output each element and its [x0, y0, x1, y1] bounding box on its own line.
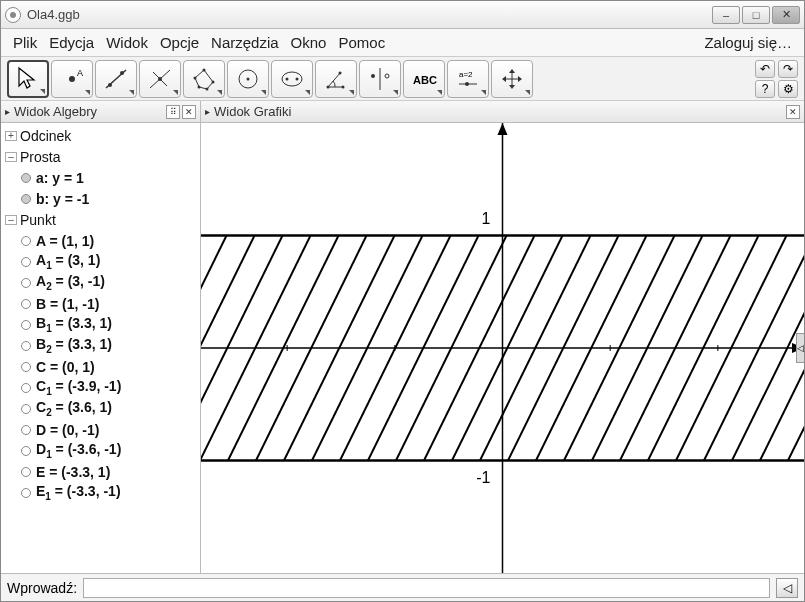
graphics-view[interactable]: 1-1 ◁ — [201, 123, 804, 573]
tool-slider[interactable]: a=2 — [447, 60, 489, 98]
tree-category[interactable]: –Prosta — [3, 146, 200, 167]
settings-button[interactable]: ⚙ — [778, 80, 798, 98]
svg-text:A: A — [77, 68, 83, 78]
tool-move-view[interactable] — [491, 60, 533, 98]
svg-point-21 — [339, 71, 342, 74]
menu-pomoc[interactable]: Pomoc — [332, 32, 391, 53]
tool-circle[interactable] — [227, 60, 269, 98]
close-button[interactable]: ✕ — [772, 6, 800, 24]
tree-point-item[interactable]: A = (1, 1) — [3, 230, 200, 251]
svg-point-16 — [282, 72, 302, 86]
tool-polygon[interactable] — [183, 60, 225, 98]
tool-move[interactable] — [7, 60, 49, 98]
window-title: Ola4.ggb — [27, 7, 712, 22]
panel-close-button[interactable]: ✕ — [786, 105, 800, 119]
svg-point-17 — [286, 77, 289, 80]
svg-point-24 — [385, 74, 389, 78]
menu-widok[interactable]: Widok — [100, 32, 154, 53]
tree-point-item[interactable]: E = (-3.3, 1) — [3, 461, 200, 482]
tree-point-item[interactable]: D1 = (-3.6, -1) — [3, 440, 200, 461]
tool-point[interactable]: A — [51, 60, 93, 98]
tree-line-item[interactable]: b: y = -1 — [3, 188, 200, 209]
tree-point-item[interactable]: A1 = (3, 1) — [3, 251, 200, 272]
undo-button[interactable]: ↶ — [755, 60, 775, 78]
help-button[interactable]: ? — [755, 80, 775, 98]
redo-button[interactable]: ↷ — [778, 60, 798, 78]
svg-marker-8 — [195, 70, 213, 89]
tool-reflect[interactable] — [359, 60, 401, 98]
graphics-panel: ▸ Widok Grafiki ✕ 1-1 ◁ — [201, 101, 804, 573]
tool-perpendicular[interactable] — [139, 60, 181, 98]
algebra-title: Widok Algebry — [14, 104, 97, 119]
svg-point-4 — [120, 71, 124, 75]
menubar: Plik Edycja Widok Opcje Narzędzia Okno P… — [1, 29, 804, 57]
input-label: Wprowadź: — [7, 580, 77, 596]
svg-text:ABC: ABC — [413, 74, 437, 86]
side-tab[interactable]: ◁ — [796, 333, 804, 363]
svg-point-11 — [206, 87, 209, 90]
toolbar: A ABC a=2 ↶ ↷ ? ⚙ — [1, 57, 804, 101]
maximize-button[interactable]: □ — [742, 6, 770, 24]
tool-text[interactable]: ABC — [403, 60, 445, 98]
graphics-title: Widok Grafiki — [214, 104, 291, 119]
command-input[interactable] — [83, 578, 770, 598]
svg-point-18 — [296, 77, 299, 80]
window-buttons: – □ ✕ — [712, 6, 800, 24]
tree-point-item[interactable]: A2 = (3, -1) — [3, 272, 200, 293]
svg-text:1: 1 — [482, 210, 491, 227]
tree-point-item[interactable]: C = (0, 1) — [3, 356, 200, 377]
collapse-icon[interactable]: ▸ — [205, 106, 210, 117]
svg-point-19 — [327, 85, 330, 88]
login-link[interactable]: Zaloguj się… — [704, 34, 798, 51]
svg-point-9 — [203, 68, 206, 71]
svg-point-12 — [198, 85, 201, 88]
tree-point-item[interactable]: C1 = (-3.9, -1) — [3, 377, 200, 398]
menu-plik[interactable]: Plik — [7, 32, 43, 53]
algebra-tree[interactable]: +Odcinek–Prostaa: y = 1b: y = -1–PunktA … — [1, 123, 200, 573]
svg-point-20 — [342, 85, 345, 88]
svg-point-3 — [108, 83, 112, 87]
svg-text:-1: -1 — [476, 469, 490, 486]
svg-point-28 — [465, 82, 469, 86]
tree-point-item[interactable]: C2 = (3.6, 1) — [3, 398, 200, 419]
svg-text:a=2: a=2 — [459, 70, 473, 79]
tool-ellipse[interactable] — [271, 60, 313, 98]
algebra-panel: ▸ Widok Algebry ⠿ ✕ +Odcinek–Prostaa: y … — [1, 101, 201, 573]
app-window: Ola4.ggb – □ ✕ Plik Edycja Widok Opcje N… — [0, 0, 805, 602]
tree-point-item[interactable]: E1 = (-3.3, -1) — [3, 482, 200, 503]
tree-point-item[interactable]: B2 = (3.3, 1) — [3, 335, 200, 356]
plot-canvas[interactable]: 1-1 — [201, 123, 804, 573]
menu-edycja[interactable]: Edycja — [43, 32, 100, 53]
panels: ▸ Widok Algebry ⠿ ✕ +Odcinek–Prostaa: y … — [1, 101, 804, 573]
svg-point-23 — [371, 74, 375, 78]
menu-narzedzia[interactable]: Narzędzia — [205, 32, 285, 53]
graphics-header[interactable]: ▸ Widok Grafiki ✕ — [201, 101, 804, 123]
svg-point-15 — [247, 77, 250, 80]
algebra-header[interactable]: ▸ Widok Algebry ⠿ ✕ — [1, 101, 200, 123]
input-submit-button[interactable]: ◁ — [776, 578, 798, 598]
toolbar-right: ↶ ↷ ? ⚙ — [755, 60, 798, 98]
app-icon — [5, 7, 21, 23]
collapse-icon[interactable]: ▸ — [5, 106, 10, 117]
minimize-button[interactable]: – — [712, 6, 740, 24]
menu-okno[interactable]: Okno — [285, 32, 333, 53]
tree-point-item[interactable]: B = (1, -1) — [3, 293, 200, 314]
tool-angle[interactable] — [315, 60, 357, 98]
input-bar: Wprowadź: ◁ — [1, 573, 804, 601]
panel-pin-button[interactable]: ⠿ — [166, 105, 180, 119]
tree-point-item[interactable]: D = (0, -1) — [3, 419, 200, 440]
tree-line-item[interactable]: a: y = 1 — [3, 167, 200, 188]
svg-point-13 — [194, 76, 197, 79]
menu-opcje[interactable]: Opcje — [154, 32, 205, 53]
tool-line[interactable] — [95, 60, 137, 98]
svg-point-10 — [212, 80, 215, 83]
tree-category[interactable]: +Odcinek — [3, 125, 200, 146]
svg-point-0 — [69, 76, 75, 82]
tree-category[interactable]: –Punkt — [3, 209, 200, 230]
titlebar[interactable]: Ola4.ggb – □ ✕ — [1, 1, 804, 29]
panel-close-button[interactable]: ✕ — [182, 105, 196, 119]
tree-point-item[interactable]: B1 = (3.3, 1) — [3, 314, 200, 335]
svg-point-7 — [158, 77, 162, 81]
